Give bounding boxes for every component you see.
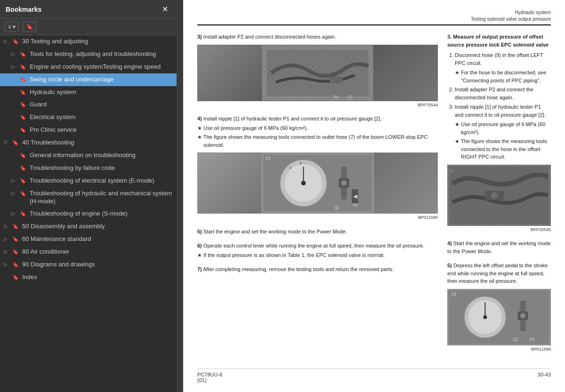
step6-star-text: If the output pressure is as shown in Ta…: [203, 251, 385, 259]
sidebar-item-engine-mode[interactable]: ▷ 🔖 Troubleshooting of engine (S-mode): [0, 208, 177, 220]
step3-text: 3) Install adapter P2 and connect discon…: [197, 33, 438, 41]
sidebar-item-maintenance[interactable]: ▷ 🔖 60 Maintenance standard: [0, 233, 177, 246]
sidebar-item-label: Hydraulic system: [30, 88, 173, 96]
right-step4-text: 4) Start the engine and set the working …: [447, 240, 551, 255]
footer-revision: (01): [197, 377, 222, 383]
bookmark-icon: 🔖: [20, 210, 27, 217]
step4-star2: ★ The figure shows the measuring tools c…: [197, 133, 438, 149]
svg-text:[2]: [2]: [266, 156, 271, 160]
bookmark-icon: 🔖: [12, 261, 20, 268]
measure-num: 3.: [447, 34, 452, 40]
svg-text:[1]: [1]: [513, 336, 518, 341]
sidebar-item-label: Guard: [30, 101, 173, 109]
expand-icon: ▷: [11, 177, 19, 184]
sidebar-item-label: Swing circle and undercarriage: [30, 76, 173, 84]
left-column: 3) Install adapter P2 and connect discon…: [197, 33, 438, 359]
sidebar-item-swing-circle[interactable]: 🔖 Swing circle and undercarriage: [0, 73, 177, 86]
sidebar-header: Bookmarks ✕: [0, 0, 177, 19]
measure-steps-list: Disconnect hose (9) in the offset LEFT P…: [447, 51, 551, 67]
step7-num: 7): [197, 266, 202, 272]
star-icon: ★: [197, 133, 202, 149]
expand-icon: ▷: [11, 210, 19, 216]
expand-icon: ▷: [11, 64, 19, 70]
step5-section: 5) Start the engine and set the working …: [197, 228, 438, 236]
svg-point-33: [520, 313, 526, 319]
sidebar-item-label: 90 Diagrams and drawings: [22, 261, 173, 269]
step3-image: P2 [1]: [197, 45, 438, 101]
step6-num: 6): [197, 243, 202, 248]
sidebar-item-label: General information on troubleshooting: [30, 152, 173, 160]
bookmark-icon: 🔖: [12, 139, 20, 146]
step3-section: 3) Install adapter P2 and connect discon…: [197, 33, 438, 108]
svg-text:P2: P2: [334, 95, 339, 99]
sidebar-item-testing-adjusting[interactable]: ▷ 🔖 30 Testing and adjusting: [0, 35, 177, 48]
collapse-sidebar-button[interactable]: ◀: [352, 189, 358, 203]
sidebar-item-pm-clinic[interactable]: 🔖 Pm Clinic service: [0, 124, 177, 136]
sidebar-item-label: Troubleshooting of hydraulic and mechani…: [30, 190, 173, 206]
right-column: 3. Measure of output pressure of offset …: [447, 33, 551, 359]
measure-section: 3. Measure of output pressure of offset …: [447, 33, 551, 233]
step3-image-code: BPP70544: [197, 102, 438, 109]
sidebar-item-diagrams[interactable]: ▷ 🔖 90 Diagrams and drawings: [0, 258, 177, 271]
measure-star1-text: For the hose to be disconnected, see "Co…: [461, 69, 551, 84]
measure-star1: ★ For the hose to be disconnected, see "…: [455, 69, 551, 84]
sidebar-item-label: 80 Air conditioner: [22, 248, 173, 256]
bookmark-button[interactable]: 🔖: [23, 22, 36, 32]
expand-icon: ▷: [4, 261, 11, 267]
chevron-left-icon: ◀: [353, 193, 357, 200]
sidebar-item-label: 50 Disassembly and assembly: [22, 223, 173, 231]
header-divider: [197, 24, 551, 25]
bookmark-icon: 🔖: [20, 190, 27, 197]
svg-rect-0: [262, 45, 373, 101]
measure-star3-text: The figure shows the measuring tools con…: [461, 137, 551, 161]
sidebar-item-failure-code[interactable]: 🔖 Troubleshooting by failure code: [0, 162, 177, 175]
expand-icon: ▷: [4, 223, 11, 229]
close-button[interactable]: ✕: [159, 4, 171, 15]
expand-icon: ▷: [4, 236, 11, 242]
sidebar-item-disassembly[interactable]: ▷ 🔖 50 Disassembly and assembly: [0, 220, 177, 233]
step4-star1-text: Use oil pressure gauge of 6 MPa (60 kg/c…: [203, 124, 308, 132]
list-icon: ≡: [8, 24, 11, 30]
sidebar-item-label: Index: [22, 273, 173, 281]
svg-rect-21: [485, 191, 504, 200]
svg-rect-20: [449, 166, 549, 224]
bookmark-icon: 🔖: [26, 24, 33, 30]
footer-model: PC78UU-8: [197, 372, 222, 377]
bookmark-icon: 🔖: [12, 223, 20, 230]
page-footer: PC78UU-8 (01) 30-43: [197, 368, 551, 383]
svg-text:P2: P2: [353, 203, 358, 208]
sidebar-item-air-conditioner[interactable]: ▷ 🔖 80 Air conditioner: [0, 246, 177, 258]
sidebar-item-guard[interactable]: 🔖 Guard: [0, 98, 177, 111]
expand-icon: ▷: [4, 248, 11, 255]
sidebar-item-label: Engine and cooling systemTesting engine …: [30, 63, 173, 71]
expand-icon: ▷: [11, 51, 19, 57]
sidebar-item-hydraulic[interactable]: 🔖 Hydraulic system: [0, 86, 177, 99]
measure-heading: Measure of output pressure of offset sou…: [447, 34, 549, 48]
sidebar-item-general-info[interactable]: 🔖 General information on troubleshooting: [0, 149, 177, 162]
star-icon: ★: [197, 251, 202, 259]
sidebar-item-engine-cooling[interactable]: ▷ 🔖 Engine and cooling systemTesting eng…: [0, 61, 177, 73]
bookmark-icon: 🔖: [20, 64, 27, 70]
sidebar-item-hydraulic-mode[interactable]: ▷ 🔖 Troubleshooting of hydraulic and mec…: [0, 187, 177, 208]
step7-section: 7) After completing measuring, remove th…: [197, 265, 438, 273]
right-step4-section: 4) Start the engine and set the working …: [447, 240, 551, 255]
expand-icon: ▽: [4, 139, 11, 145]
measure-star2: ★ Use oil pressure gauge of 6 MPa (60 kg…: [455, 120, 551, 136]
list-view-button[interactable]: ≡ ▾: [5, 22, 19, 32]
step4-image: 6 4 [2] [1] P2: [197, 152, 438, 214]
sidebar-item-electrical-mode[interactable]: ▷ 🔖 Troubleshooting of electrical system…: [0, 175, 177, 187]
svg-text:6: 6: [300, 161, 302, 165]
bookmark-icon: 🔖: [20, 165, 27, 171]
sidebar-item-troubleshooting[interactable]: ▽ 🔖 40 Troubleshooting: [0, 136, 177, 149]
step4-image-code: BP011590: [197, 215, 438, 221]
sidebar-item-index[interactable]: 🔖 Index: [0, 271, 177, 284]
star-icon: ★: [455, 120, 460, 136]
sidebar-title: Bookmarks: [6, 6, 41, 13]
sidebar-item-tools[interactable]: ▷ 🔖 Tools for testing, adjusting and tro…: [0, 48, 177, 61]
footer-left: PC78UU-8 (01): [197, 372, 222, 383]
svg-point-2: [329, 76, 343, 83]
content-area: 3) Install adapter P2 and connect discon…: [197, 33, 551, 359]
sidebar-item-electrical[interactable]: 🔖 Electrical system: [0, 111, 177, 124]
right-step5-num: 5): [447, 263, 452, 268]
gauge-right-photo-svg: [2] [1] P2: [448, 289, 550, 345]
